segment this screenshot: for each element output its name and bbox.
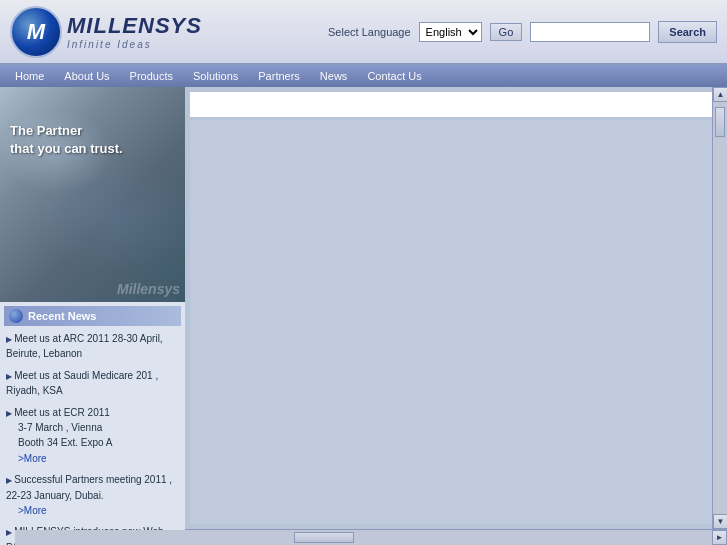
search-input[interactable] — [530, 22, 650, 42]
h-scroll-track — [15, 530, 712, 545]
hero-image: The Partner that you can trust. Millensy… — [0, 87, 185, 302]
news-icon — [9, 309, 23, 323]
nav-item-news[interactable]: News — [310, 70, 358, 82]
right-panel: ▲ ▼ — [185, 87, 727, 529]
logo-area: MILLENSYS Infinite Ideas — [10, 6, 202, 58]
news-item-4: Successful Partners meeting 2011 , 22-23… — [4, 472, 181, 518]
nav-item-home[interactable]: Home — [5, 70, 54, 82]
hero-text-line1: The Partner — [10, 123, 82, 138]
company-tagline: Infinite Ideas — [67, 39, 202, 50]
news-item-1: Meet us at ARC 2011 28-30 April, Beirute… — [4, 331, 181, 362]
navigation-bar: HomeAbout UsProductsSolutionsPartnersNew… — [0, 65, 727, 87]
news-more-link-2[interactable]: >More — [6, 505, 47, 516]
news-item-text-4: Successful Partners meeting 2011 , 22-23… — [6, 474, 172, 500]
go-button[interactable]: Go — [490, 23, 523, 41]
nav-item-products[interactable]: Products — [120, 70, 183, 82]
scroll-right-button[interactable]: ► — [712, 530, 727, 545]
hero-watermark: Millensys — [117, 281, 180, 297]
news-item-text-3b: 3-7 March , Vienna — [6, 422, 102, 433]
news-item-3: Meet us at ECR 2011 3-7 March , Vienna B… — [4, 405, 181, 467]
logo-text-area: MILLENSYS Infinite Ideas — [67, 13, 202, 50]
header-controls: Select Language English Arabic French Go… — [328, 21, 717, 43]
company-name: MILLENSYS — [67, 13, 202, 39]
nav-item-solutions[interactable]: Solutions — [183, 70, 248, 82]
page-header: MILLENSYS Infinite Ideas Select Language… — [0, 0, 727, 65]
scroll-down-button[interactable]: ▼ — [713, 514, 727, 529]
content-white-bar — [190, 92, 722, 117]
content-inner — [190, 120, 722, 524]
news-item-text-3c: Booth 34 Ext. Expo A — [6, 437, 113, 448]
vertical-scrollbar: ▲ ▼ — [712, 87, 727, 529]
h-scroll-thumb[interactable] — [294, 532, 354, 543]
hero-background — [0, 87, 185, 302]
language-label: Select Language — [328, 26, 411, 38]
scroll-up-button[interactable]: ▲ — [713, 87, 727, 102]
recent-news-section: Recent News Meet us at ARC 2011 28-30 Ap… — [0, 302, 185, 545]
news-item-2: Meet us at Saudi Medicare 201 , Riyadh, … — [4, 368, 181, 399]
nav-item-partners[interactable]: Partners — [248, 70, 310, 82]
recent-news-header: Recent News — [4, 306, 181, 326]
news-item-text-2: Meet us at Saudi Medicare 201 , Riyadh, … — [6, 370, 158, 396]
nav-item-about[interactable]: About Us — [54, 70, 119, 82]
scroll-track — [713, 102, 727, 514]
news-item-text-1: Meet us at ARC 2011 28-30 April, Beirute… — [6, 333, 163, 359]
main-content: The Partner that you can trust. Millensy… — [0, 87, 727, 529]
horizontal-scrollbar: ◄ ► — [0, 529, 727, 545]
language-select[interactable]: English Arabic French — [419, 22, 482, 42]
nav-item-contact[interactable]: Contact Us — [357, 70, 431, 82]
scroll-thumb[interactable] — [715, 107, 725, 137]
hero-text: The Partner that you can trust. — [10, 122, 123, 158]
recent-news-title: Recent News — [28, 310, 96, 322]
hero-text-line2: that you can trust. — [10, 141, 123, 156]
search-button[interactable]: Search — [658, 21, 717, 43]
logo-icon — [10, 6, 62, 58]
left-panel: The Partner that you can trust. Millensy… — [0, 87, 185, 529]
news-more-link-1[interactable]: >More — [6, 453, 47, 464]
news-item-text-3: Meet us at ECR 2011 — [6, 407, 110, 418]
